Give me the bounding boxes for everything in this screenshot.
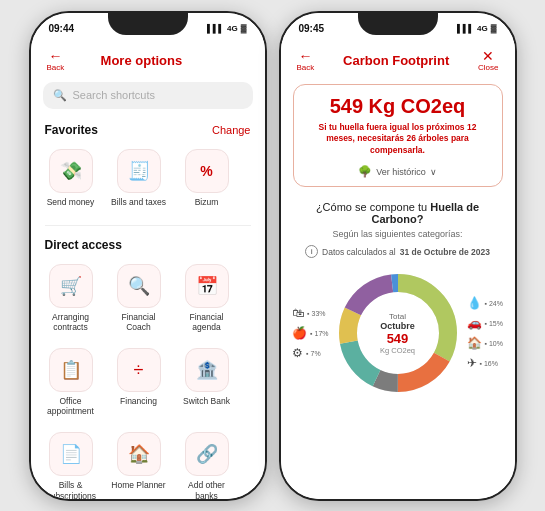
signal-left: ▌▌▌	[207, 24, 224, 33]
chart-legends-left: 🛍 ▪ 33% 🍎 ▪ 17% ⚙	[292, 306, 328, 360]
office-label: Office appointment	[41, 396, 101, 416]
list-item[interactable]: 💸 Send money	[39, 143, 103, 213]
change-button[interactable]: Change	[212, 124, 251, 136]
donut-month: Octubre	[380, 321, 415, 331]
close-button[interactable]: ✕ Close	[478, 49, 498, 72]
list-item[interactable]: % Bizum	[175, 143, 239, 213]
status-icons-right: ▌▌▌ 4G ▓	[457, 24, 497, 33]
bills-taxes-label: Bills and taxes	[111, 197, 166, 207]
switch-bank-label: Switch Bank	[183, 396, 230, 406]
close-label: Close	[478, 63, 498, 72]
close-icon: ✕	[482, 49, 494, 63]
list-item[interactable]: 🏦 Switch Bank	[175, 342, 239, 422]
time-right: 09:45	[299, 23, 325, 34]
chart-legends-right: 💧 ▪ 24% 🚗 ▪ 15% 🏠	[467, 296, 503, 370]
bills-taxes-icon: 🧾	[117, 149, 161, 193]
legend-item: 🍎 ▪ 17%	[292, 326, 328, 340]
list-item[interactable]: 📅 Financial agenda	[175, 258, 239, 338]
list-item[interactable]: 🔗 Add other banks	[175, 426, 239, 498]
add-banks-label: Add other banks	[177, 480, 237, 498]
historico-button[interactable]: 🌳 Ver histórico ∨	[306, 165, 490, 178]
bizum-icon: %	[185, 149, 229, 193]
back-arrow-left: ←	[48, 49, 62, 63]
financing-label: Financing	[120, 396, 157, 406]
right-screen: ← Back Carbon Footprint ✕ Close 549 Kg C…	[281, 41, 515, 499]
home-planner-label: Home Planner	[111, 480, 165, 490]
direct-access-title: Direct access	[45, 238, 122, 252]
legend-item: 💧 ▪ 24%	[467, 296, 503, 310]
search-icon: 🔍	[53, 89, 67, 102]
notch-right	[358, 13, 438, 35]
battery-left: ▓	[241, 24, 247, 33]
favorites-grid: 💸 Send money 🧾 Bills and taxes % Bizum	[31, 143, 265, 221]
list-item[interactable]: 📄 Bills & Subscriptions	[39, 426, 103, 498]
carbon-value: 549 Kg CO2eq	[306, 95, 490, 118]
direct-access-grid: 🛒 Arranging contracts 🔍 Financial Coach …	[31, 258, 265, 499]
home-chart-icon: 🏠	[467, 336, 482, 350]
carbon-question: ¿Cómo se compone tu Huella de Carbono?	[281, 193, 515, 227]
historico-label: Ver histórico	[376, 167, 426, 177]
divider-1	[45, 225, 251, 226]
financial-agenda-icon: 📅	[185, 264, 229, 308]
switch-bank-icon: 🏦	[185, 348, 229, 392]
info-text: Datos calculados al	[322, 247, 396, 257]
arranging-icon: 🛒	[49, 264, 93, 308]
legend-pct-2: ▪ 17%	[310, 330, 328, 337]
page-title-left: More options	[101, 53, 183, 68]
arranging-label: Arranging contracts	[41, 312, 101, 332]
bills-subs-icon: 📄	[49, 432, 93, 476]
financial-coach-label: Financial Coach	[109, 312, 169, 332]
list-item[interactable]: 🧾 Bills and taxes	[107, 143, 171, 213]
search-bar[interactable]: 🔍 Search shortcuts	[43, 82, 253, 109]
food-icon: 🍎	[292, 326, 307, 340]
favorites-header: Favorites Change	[31, 119, 265, 143]
time-left: 09:44	[49, 23, 75, 34]
chevron-down-icon: ∨	[430, 167, 437, 177]
list-item[interactable]: 🏠 Home Planner	[107, 426, 171, 498]
favorites-title: Favorites	[45, 123, 98, 137]
left-phone: 09:44 ▌▌▌ 4G ▓ ← Back More options	[29, 11, 267, 501]
search-placeholder: Search shortcuts	[73, 89, 156, 101]
direct-access-header: Direct access	[31, 234, 265, 258]
back-label-left: Back	[47, 63, 65, 72]
legend-item: ⚙ ▪ 7%	[292, 346, 328, 360]
top-nav-left: ← Back More options	[31, 41, 265, 78]
chart-area: 🛍 ▪ 33% 🍎 ▪ 17% ⚙	[281, 264, 515, 406]
financial-agenda-label: Financial agenda	[177, 312, 237, 332]
legend-pct-7: ▪ 16%	[480, 360, 498, 367]
battery-right: ▓	[491, 24, 497, 33]
back-arrow-right: ←	[298, 49, 312, 63]
donut-chart: Total Octubre 549 Kg CO2eq	[333, 268, 463, 398]
carbon-card: 549 Kg CO2eq Si tu huella fuera igual lo…	[293, 84, 503, 188]
office-icon: 📋	[49, 348, 93, 392]
send-money-label: Send money	[47, 197, 95, 207]
page-title-right: Carbon Footprint	[343, 53, 449, 68]
back-button-right[interactable]: ← Back	[297, 49, 315, 72]
network-right: 4G	[477, 24, 488, 33]
network-left: 4G	[227, 24, 238, 33]
donut-center: Total Octubre 549 Kg CO2eq	[380, 312, 415, 355]
list-item[interactable]: 🔍 Financial Coach	[107, 258, 171, 338]
legend-item: 🏠 ▪ 10%	[467, 336, 503, 350]
donut-amount: 549	[380, 331, 415, 346]
tree-icon: 🌳	[358, 165, 372, 178]
legend-pct-5: ▪ 15%	[485, 320, 503, 327]
back-button-left[interactable]: ← Back	[47, 49, 65, 72]
legend-pct-6: ▪ 10%	[485, 340, 503, 347]
notch-left	[108, 13, 188, 35]
carbon-highlight: 26 árboles	[406, 133, 448, 143]
legend-pct-1: ▪ 33%	[307, 310, 325, 317]
list-item[interactable]: 🛒 Arranging contracts	[39, 258, 103, 338]
legend-pct-4: ▪ 24%	[485, 300, 503, 307]
financial-coach-icon: 🔍	[117, 264, 161, 308]
other-icon: ⚙	[292, 346, 303, 360]
flight-icon: ✈	[467, 356, 477, 370]
list-item[interactable]: ÷ Financing	[107, 342, 171, 422]
list-item[interactable]: 📋 Office appointment	[39, 342, 103, 422]
info-date: 31 de Octubre de 2023	[400, 247, 490, 257]
legend-item: 🛍 ▪ 33%	[292, 306, 328, 320]
financing-icon: ÷	[117, 348, 161, 392]
donut-total-label: Total	[380, 312, 415, 321]
status-icons-left: ▌▌▌ 4G ▓	[207, 24, 247, 33]
signal-right: ▌▌▌	[457, 24, 474, 33]
